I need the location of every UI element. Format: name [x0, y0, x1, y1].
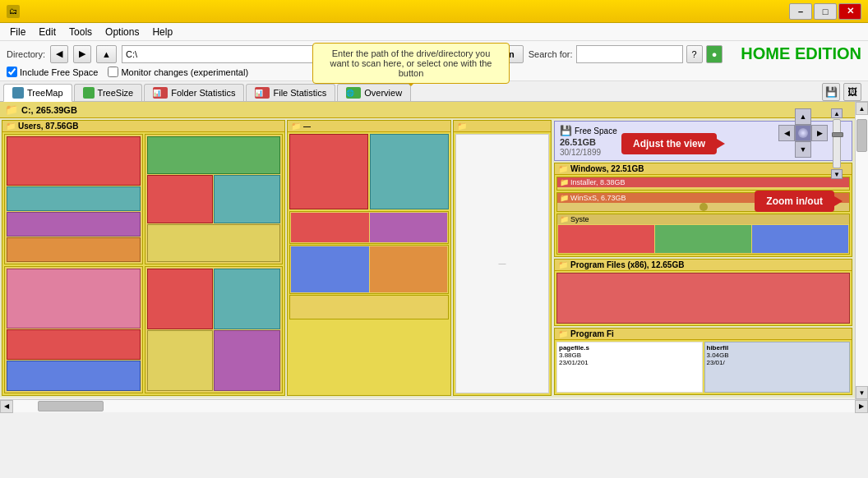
menu-options[interactable]: Options: [99, 25, 145, 39]
include-free-space-checkbox[interactable]: [7, 67, 17, 77]
scroll-thumb-v[interactable]: [856, 119, 867, 152]
middle-inner: [288, 132, 450, 395]
search-input[interactable]: [576, 45, 683, 63]
nav-right-button[interactable]: ▶: [811, 125, 828, 141]
maximize-button[interactable]: □: [814, 3, 837, 20]
scroll-up-button[interactable]: ▲: [856, 102, 868, 115]
minimize-button[interactable]: –: [789, 3, 812, 20]
block-teal-2: [214, 175, 280, 223]
scroll-track-h[interactable]: [13, 400, 855, 412]
save-button[interactable]: 💾: [822, 83, 840, 101]
scroll-down-button[interactable]: ▼: [856, 386, 868, 399]
block-red-4: [147, 269, 214, 329]
main-area: 📁 C:, 265.39GB 📁 Users, 87.56GB: [0, 102, 868, 399]
system-icon: 📁: [560, 215, 569, 223]
block-purple-2: [214, 330, 280, 391]
mid-block-col: [289, 211, 449, 393]
scroll-track-v[interactable]: [856, 115, 868, 386]
light-header: 📁: [454, 121, 551, 132]
nav-cross-container: ▲ ◀ ▶ ▼: [778, 108, 828, 179]
mid-block-red: [289, 134, 368, 209]
menu-tools[interactable]: Tools: [62, 25, 99, 39]
middle-section: 📁 —: [287, 120, 451, 396]
installer-grid: [557, 187, 849, 190]
nav-center-button[interactable]: [795, 125, 811, 141]
monitor-changes-checkbox[interactable]: [108, 67, 118, 77]
tab-treesize[interactable]: TreeSize: [74, 84, 143, 101]
tab-folder-statistics[interactable]: 📊 Folder Statistics: [144, 84, 244, 101]
block-red-1: [7, 136, 141, 186]
zoom-in-button[interactable]: ▲: [831, 108, 843, 118]
title-bar-buttons: – □ ✕: [789, 3, 861, 20]
treesize-tab-icon: [83, 87, 95, 99]
light-folder-icon: 📁: [457, 122, 467, 131]
cross-empty-bl: [778, 141, 795, 158]
winsxs-dot: [699, 203, 708, 211]
tab-treemap[interactable]: TreeMap: [3, 84, 72, 102]
monitor-changes-label[interactable]: Monitor changes (experimental): [108, 67, 248, 77]
scroll-thumb-h[interactable]: [38, 401, 104, 411]
windows-folder-icon: 📁: [558, 164, 568, 173]
pf-folder-icon: 📁: [558, 329, 568, 338]
zoom-thumb[interactable]: [832, 132, 843, 137]
back-button[interactable]: ◀: [50, 45, 68, 63]
search-label: Search for:: [529, 49, 573, 59]
cross-empty-tl: [778, 108, 795, 125]
nav-cross-grid: ▲ ◀ ▶ ▼: [778, 108, 828, 158]
block-orange-1: [7, 237, 141, 262]
horizontal-scrollbar[interactable]: ◀ ▶: [0, 399, 868, 412]
mid-sub3: [289, 295, 449, 319]
tab-overview[interactable]: 🌐 Overview: [337, 84, 411, 101]
windows-inner: 📁 Installer, 8.38GB: [555, 175, 852, 256]
search-help-button[interactable]: ?: [686, 45, 703, 63]
cross-empty-tr: [811, 108, 828, 125]
block-pink-1: [7, 269, 141, 329]
scroll-right-button[interactable]: ▶: [855, 400, 868, 413]
program-files-section: 📁 Program Fi pagefile.s 3.88GB 23/01/201…: [554, 328, 852, 395]
block-teal-3: [214, 269, 280, 329]
forward-button[interactable]: ▶: [73, 45, 91, 63]
vertical-scrollbar[interactable]: ▲ ▼: [855, 102, 868, 399]
menu-edit[interactable]: Edit: [32, 25, 62, 39]
pfx86-inner: [556, 273, 850, 324]
zoom-out-button[interactable]: ▼: [831, 169, 843, 179]
menu-file[interactable]: File: [3, 25, 32, 39]
nav-left-button[interactable]: ◀: [778, 125, 795, 141]
nav-up-button[interactable]: ▲: [795, 108, 811, 125]
export-button[interactable]: 🖼: [843, 83, 861, 101]
nav-down-button[interactable]: ▼: [795, 141, 811, 158]
users-q4: [145, 266, 284, 394]
pf-inner: pagefile.s 3.88GB 23/01/201 hiberfil 3.0…: [555, 340, 852, 394]
search-go-button[interactable]: ●: [706, 45, 723, 63]
pfx86-header: 📁 Program Files (x86), 12.65GB: [555, 260, 852, 271]
system-grid: [557, 224, 849, 254]
folder-stats-tab-icon: 📊: [153, 87, 168, 99]
block-purple-1: [7, 212, 141, 237]
scroll-left-button[interactable]: ◀: [0, 400, 13, 413]
block-yellow-2: [147, 330, 214, 391]
zoom-track[interactable]: [833, 119, 841, 168]
adjust-view-callout: Adjust the view: [621, 133, 717, 154]
title-bar: 🗂 – □ ✕: [0, 0, 868, 23]
close-button[interactable]: ✕: [838, 3, 861, 20]
sys-b3: [752, 225, 848, 253]
mid-s1a: [291, 213, 369, 242]
block-blue-1: [7, 361, 141, 391]
users-section: 📁 Users, 87.56GB: [2, 120, 285, 396]
up-button[interactable]: ▲: [96, 45, 117, 63]
system-header: 📁 Syste: [557, 214, 849, 224]
users-inner-grid: [2, 132, 284, 395]
include-free-space-label[interactable]: Include Free Space: [7, 67, 98, 77]
overview-tab-icon: 🌐: [346, 87, 361, 99]
sys-b1: [558, 225, 654, 253]
menu-help[interactable]: Help: [145, 25, 179, 39]
directory-label: Directory:: [7, 49, 45, 59]
treemap-container[interactable]: 📁 C:, 265.39GB 📁 Users, 87.56GB: [0, 102, 855, 399]
title-bar-left: 🗂: [7, 5, 20, 18]
cross-empty-br: [811, 141, 828, 158]
block-teal-1: [7, 186, 141, 211]
toolbar-area: Enter the path of the drive/directory yo…: [0, 41, 868, 81]
home-edition-label: HOME EDITION: [741, 44, 861, 63]
tab-file-statistics[interactable]: 📊 File Statistics: [246, 84, 335, 101]
light-section: 📁 —: [453, 120, 552, 396]
